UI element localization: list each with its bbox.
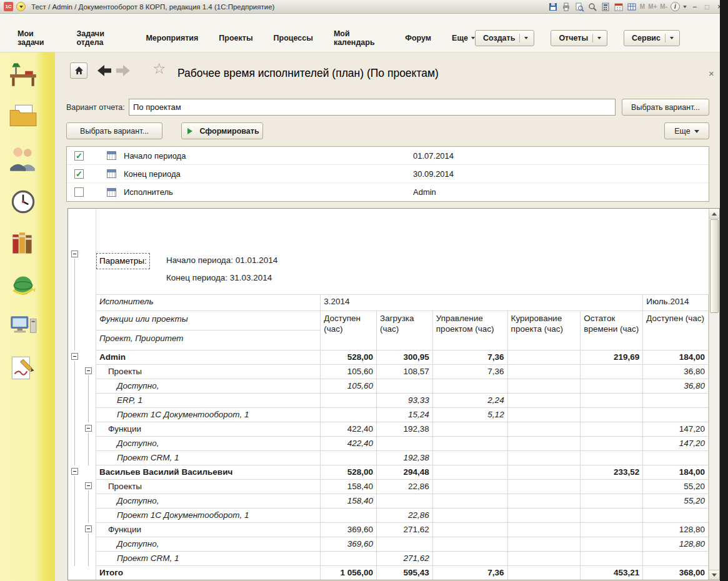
row-value-cell[interactable] [508,566,581,580]
row-value-cell[interactable] [508,552,581,566]
row-value-cell[interactable]: 271,62 [377,552,433,566]
folder-icon[interactable] [7,101,39,132]
row-value-cell[interactable]: 453,21 [581,566,643,580]
globe-icon[interactable] [7,270,39,301]
row-value-cell[interactable]: 184,00 [643,465,709,480]
param-row[interactable]: ✓Конец периода30.09.2014 [67,165,709,183]
row-value-cell[interactable] [508,437,581,451]
row-value-cell[interactable]: 147,20 [643,437,709,451]
menu-item-1[interactable]: Мои задачи [17,29,56,47]
row-value-cell[interactable] [433,480,508,494]
menubar-action-button-1[interactable]: Создать [475,30,534,46]
books-icon[interactable] [7,228,39,259]
row-value-cell[interactable] [581,437,643,451]
menu-item-2[interactable]: Задачи отдела [77,29,126,47]
menu-item-8[interactable]: Еще [452,34,475,42]
row-value-cell[interactable]: 22,86 [377,480,433,494]
row-value-cell[interactable] [581,509,643,523]
row-name-cell[interactable]: Доступно, [96,437,321,451]
row-name-cell[interactable]: Проект CRM, 1 [96,451,321,465]
row-value-cell[interactable] [321,552,377,566]
row-value-cell[interactable] [377,537,433,552]
save-icon[interactable] [548,2,558,12]
menu-item-6[interactable]: Мой календарь [334,29,384,47]
row-value-cell[interactable] [508,509,581,523]
row-name-cell[interactable]: Доступно, [96,494,321,509]
row-value-cell[interactable] [508,537,581,552]
row-value-cell[interactable] [433,552,508,566]
param-value[interactable]: Admin [413,187,436,197]
minimize-button[interactable]: − [690,2,699,11]
favorite-star-icon[interactable]: ☆ [152,61,166,76]
row-value-cell[interactable]: 300,95 [377,350,433,365]
report-row[interactable]: Доступно,105,6036,80 [68,379,709,394]
row-value-cell[interactable] [581,552,643,566]
row-value-cell[interactable] [508,365,581,379]
param-row[interactable]: ИсполнительAdmin [67,183,709,201]
row-value-cell[interactable]: 128,80 [643,523,709,537]
row-name-cell[interactable]: Функции [96,523,321,537]
row-name-cell[interactable]: Итого [96,566,321,580]
scroll-up-button[interactable] [709,209,719,219]
clock-icon[interactable] [7,186,39,217]
row-value-cell[interactable]: 15,24 [377,408,433,422]
row-name-cell[interactable]: Проект CRM, 1 [96,552,321,566]
select-variant-button[interactable]: Выбрать вариант... [66,122,162,139]
row-value-cell[interactable] [643,552,709,566]
row-name-cell[interactable]: Проекты [96,480,321,494]
row-value-cell[interactable]: 184,00 [643,350,709,365]
calculator-icon[interactable] [601,2,611,12]
row-value-cell[interactable] [508,408,581,422]
report-row[interactable]: Проекты105,60108,577,3636,80 [68,365,709,379]
row-value-cell[interactable]: 7,36 [433,350,508,365]
row-value-cell[interactable] [433,379,508,394]
row-value-cell[interactable]: 93,33 [377,394,433,408]
collapse-group-icon[interactable] [85,367,92,374]
row-value-cell[interactable]: 158,40 [321,494,377,509]
people-icon[interactable] [7,144,39,175]
row-value-cell[interactable]: 192,38 [377,422,433,437]
row-value-cell[interactable]: 1 056,00 [321,566,377,580]
report-row[interactable]: Доступно,369,60128,80 [68,537,709,552]
row-value-cell[interactable] [377,379,433,394]
checkbox[interactable]: ✓ [74,151,84,161]
row-value-cell[interactable]: 36,80 [643,365,709,379]
select-variant-button-top[interactable]: Выбрать вариант... [622,99,709,116]
desk-icon[interactable] [7,59,39,90]
row-value-cell[interactable] [643,451,709,465]
menu-item-5[interactable]: Процессы [274,34,313,42]
memory-m-button[interactable]: M [640,3,645,10]
row-value-cell[interactable] [433,523,508,537]
row-name-cell[interactable]: Проект 1С Документооборот, 1 [96,408,321,422]
collapse-group-icon[interactable] [85,525,92,532]
row-value-cell[interactable]: 2,24 [433,394,508,408]
table-icon[interactable] [627,2,637,12]
menu-item-3[interactable]: Мероприятия [146,34,198,42]
menu-item-7[interactable]: Форум [405,34,431,42]
row-value-cell[interactable]: 7,36 [433,566,508,580]
row-value-cell[interactable]: 105,60 [321,365,377,379]
row-value-cell[interactable]: 7,36 [433,365,508,379]
main-menu-button[interactable] [16,2,26,11]
row-value-cell[interactable] [508,350,581,365]
forward-button[interactable] [115,64,131,80]
row-value-cell[interactable]: 369,60 [321,537,377,552]
row-value-cell[interactable]: 192,38 [377,451,433,465]
row-value-cell[interactable]: 22,86 [377,509,433,523]
report-row[interactable]: Функции422,40192,38147,20 [68,422,709,437]
report-row[interactable]: Итого1 056,00595,437,36453,21368,00 [68,566,709,580]
collapse-group-icon[interactable] [71,468,78,475]
row-value-cell[interactable] [433,422,508,437]
row-value-cell[interactable]: 36,80 [643,379,709,394]
row-value-cell[interactable]: 158,40 [321,480,377,494]
variant-input[interactable] [129,99,616,116]
row-value-cell[interactable] [321,408,377,422]
report-row[interactable]: Проект CRM, 1192,38 [68,451,709,465]
row-value-cell[interactable]: 108,57 [377,365,433,379]
row-value-cell[interactable] [581,365,643,379]
report-row[interactable]: Функции369,60271,62128,80 [68,523,709,537]
collapse-group-icon[interactable] [71,353,78,360]
report-row[interactable]: Проект 1С Документооборот, 115,245,12 [68,408,709,422]
checkbox[interactable] [74,187,84,197]
print-preview-icon[interactable] [574,2,584,12]
